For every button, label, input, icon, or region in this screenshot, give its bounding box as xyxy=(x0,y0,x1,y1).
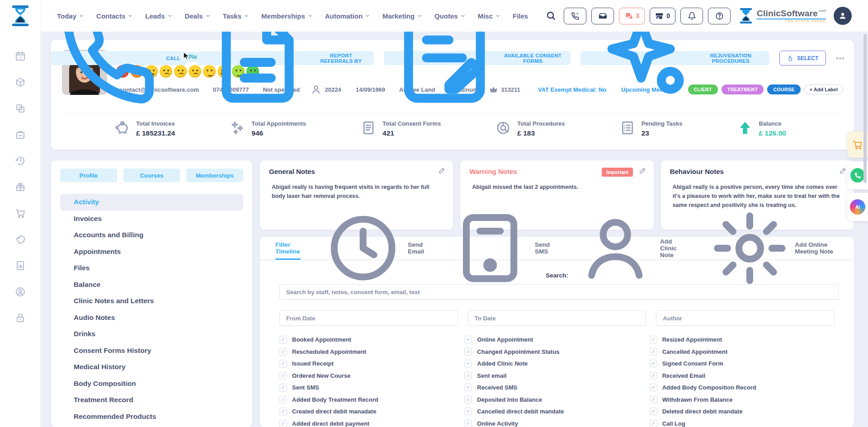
nav-item[interactable]: Marketing xyxy=(382,12,422,20)
timeline-tab[interactable]: Filter Timeline xyxy=(275,236,301,260)
messages-button[interactable]: 3 xyxy=(619,8,645,24)
action-button[interactable]: REPORT REFERRALS BY xyxy=(197,51,374,65)
filter-checkbox-item[interactable]: ✓ Online Appointment xyxy=(464,336,649,343)
checkbox[interactable]: ✓ xyxy=(464,384,472,391)
checkbox[interactable]: ✓ xyxy=(650,360,657,367)
checkbox[interactable]: ✓ xyxy=(464,372,472,380)
inbox-button[interactable] xyxy=(591,8,614,24)
profile-menu-item[interactable]: Body Composition xyxy=(60,375,243,392)
profile-menu-item[interactable]: Appointments xyxy=(60,244,243,260)
filter-checkbox-item[interactable]: ✓ Added Body Treatment Record xyxy=(279,396,464,404)
filter-checkbox-item[interactable]: ✓ Deposited Into Balance xyxy=(464,396,649,404)
checkbox[interactable]: ✓ xyxy=(650,336,657,343)
profile-menu-item[interactable]: Files xyxy=(60,260,243,277)
checkbox[interactable]: ✓ xyxy=(279,360,287,367)
profile-menu-item[interactable]: Accounts and Billing xyxy=(60,227,243,244)
checkbox[interactable]: ✓ xyxy=(464,360,472,367)
nav-item[interactable]: Misc xyxy=(478,12,500,20)
timeline-tab[interactable]: Send SMS xyxy=(449,236,553,260)
filter-checkbox-item[interactable]: ✓ Booked Appointment xyxy=(279,336,464,343)
action-button[interactable]: REJUVENATION PROCEDURES xyxy=(580,51,769,65)
profile-menu-item[interactable]: Treatment Record xyxy=(60,392,243,408)
label-pill[interactable]: COURSE xyxy=(767,84,800,94)
filter-checkbox-item[interactable]: ✓ Call Log xyxy=(650,420,835,427)
nav-item[interactable]: Quotes xyxy=(434,12,465,20)
cart-icon[interactable] xyxy=(15,208,26,219)
profile-tab[interactable]: Memberships xyxy=(186,169,243,182)
checkbox[interactable]: ✓ xyxy=(279,420,287,427)
filter-checkbox-item[interactable]: ✓ Online Activity xyxy=(464,420,649,427)
edit-pencil-icon[interactable] xyxy=(438,167,446,174)
search-icon[interactable] xyxy=(546,11,556,21)
checkbox[interactable]: ✓ xyxy=(279,336,287,343)
checkbox[interactable]: ✓ xyxy=(464,408,472,415)
nav-item[interactable]: Files xyxy=(513,12,528,20)
filter-checkbox-item[interactable]: ✓ Changed Appointment Status xyxy=(464,348,649,356)
timeline-tab[interactable]: Add Online Meeting Note xyxy=(709,236,839,260)
scrollbar[interactable] xyxy=(863,34,867,183)
filter-checkbox-item[interactable]: ✓ Ordered New Course xyxy=(279,372,464,380)
duplicate-icon[interactable] xyxy=(15,103,26,114)
filter-checkbox-item[interactable]: ✓ Received Email xyxy=(650,372,835,380)
nav-item[interactable]: Leads xyxy=(145,12,172,20)
store-button[interactable]: 0 xyxy=(650,8,675,24)
to-date-input[interactable] xyxy=(468,310,646,326)
nav-item[interactable]: Automation xyxy=(325,12,370,20)
nav-item[interactable]: Memberships xyxy=(261,12,312,20)
profile-menu-item[interactable]: Audio Notes xyxy=(60,310,243,326)
label-pill[interactable]: TREATMENT xyxy=(722,84,764,94)
ai-assistant-flyout-button[interactable]: AI xyxy=(847,193,868,221)
filter-checkbox-item[interactable]: ✓ Issued Receipt xyxy=(279,360,464,367)
filter-checkbox-item[interactable]: ✓ Received SMS xyxy=(464,384,649,391)
profile-menu-item[interactable]: Invoices xyxy=(60,211,243,227)
notifications-button[interactable] xyxy=(680,8,703,24)
filter-checkbox-item[interactable]: ✓ Rescheduled Appointment xyxy=(279,348,464,356)
action-button[interactable]: CALL xyxy=(51,51,187,65)
from-date-input[interactable] xyxy=(279,310,458,326)
author-input[interactable] xyxy=(656,310,835,326)
chart-icon[interactable] xyxy=(15,260,26,271)
profile-menu-item[interactable]: Consent Forms History xyxy=(60,343,243,359)
profile-menu-item[interactable]: Drinks xyxy=(60,326,243,343)
profile-menu-item[interactable]: Medical History xyxy=(60,359,243,375)
nav-item[interactable]: Tasks xyxy=(223,12,249,20)
filter-checkbox-item[interactable]: ✓ Cancelled Appointment xyxy=(650,348,835,356)
filter-checkbox-item[interactable]: ✓ Signed Consent Form xyxy=(650,360,835,367)
phone-button[interactable] xyxy=(564,8,586,24)
filter-checkbox-item[interactable]: ✓ Resized Appointment xyxy=(650,336,835,343)
timeline-tab[interactable]: Add Clinic Note xyxy=(575,236,688,260)
help-button[interactable] xyxy=(708,8,731,24)
mood-emoji[interactable] xyxy=(174,65,187,78)
checkbox[interactable]: ✓ xyxy=(279,348,287,356)
checkbox[interactable]: ✓ xyxy=(650,372,657,380)
action-button[interactable]: AVAILABLE CONSENT FORMS xyxy=(384,51,571,65)
tag-icon[interactable] xyxy=(15,234,26,245)
checkbox[interactable]: ✓ xyxy=(650,396,657,404)
nav-item[interactable]: Contacts xyxy=(96,12,132,20)
add-label-button[interactable]: + Add Label xyxy=(804,84,843,94)
history-icon[interactable] xyxy=(15,155,26,166)
filter-checkbox-item[interactable]: ✓ Created direct debit manadate xyxy=(279,408,464,415)
user-avatar[interactable] xyxy=(834,7,852,25)
filter-checkbox-item[interactable]: ✓ Withdrawn From Balance xyxy=(650,396,835,404)
gift-icon[interactable] xyxy=(15,182,26,192)
more-options-button[interactable]: ••• xyxy=(836,55,845,61)
timeline-tab[interactable]: Send Email xyxy=(322,236,428,260)
profile-menu-item[interactable]: Activity xyxy=(60,194,243,211)
mood-emoji[interactable] xyxy=(189,65,201,78)
checkbox[interactable]: ✓ xyxy=(650,420,657,427)
filter-checkbox-item[interactable]: ✓ Sent SMS xyxy=(279,384,464,391)
filter-checkbox-item[interactable]: ✓ Added Body Composition Record xyxy=(650,384,835,391)
profile-menu-item[interactable]: Balance xyxy=(60,277,243,293)
filter-checkbox-item[interactable]: ✓ Deleted direct debit mandate xyxy=(650,408,835,415)
package-icon[interactable] xyxy=(15,77,26,88)
checkbox[interactable]: ✓ xyxy=(464,396,472,404)
lock-icon[interactable] xyxy=(15,313,26,324)
profile-menu-item[interactable]: Clinic Notes and Letters xyxy=(60,293,243,310)
filter-checkbox-item[interactable]: ✓ Added Clinic Note xyxy=(464,360,649,367)
select-button[interactable]: SELECT xyxy=(779,51,826,66)
checkbox[interactable]: ✓ xyxy=(279,384,287,391)
checkbox[interactable]: ✓ xyxy=(650,408,657,415)
checkbox[interactable]: ✓ xyxy=(279,396,287,404)
calendar-icon[interactable]: 12 xyxy=(15,51,26,61)
